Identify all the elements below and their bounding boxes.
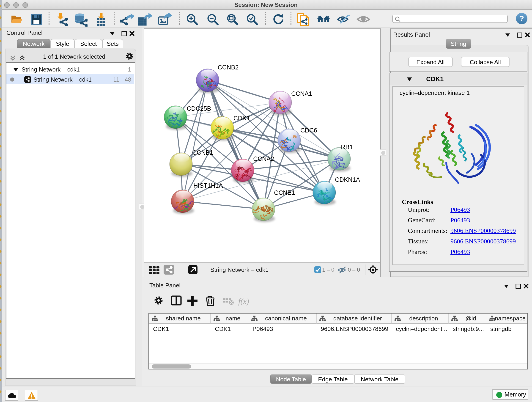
- svg-text:CDKN1A: CDKN1A: [335, 176, 360, 183]
- svg-text:HIST1H1A: HIST1H1A: [193, 182, 223, 189]
- svg-text:1 – 0: 1 – 0: [322, 267, 334, 273]
- svg-text:f(x): f(x): [238, 297, 249, 306]
- svg-text:CCNE1: CCNE1: [274, 189, 295, 196]
- svg-text:String Network – cdk1: String Network – cdk1: [210, 266, 268, 273]
- svg-text:CDC25B: CDC25B: [187, 105, 211, 112]
- svg-text:CDC6: CDC6: [300, 127, 317, 134]
- svg-text:RB1: RB1: [341, 144, 353, 151]
- svg-text:CCNA1: CCNA1: [291, 90, 312, 97]
- svg-text:CCNB1: CCNB1: [192, 149, 213, 156]
- svg-text:0 – 0: 0 – 0: [348, 267, 360, 273]
- svg-text:CCNB2: CCNB2: [218, 64, 239, 71]
- svg-text:CDK1: CDK1: [234, 115, 250, 122]
- svg-text:CCNA2: CCNA2: [253, 155, 274, 162]
